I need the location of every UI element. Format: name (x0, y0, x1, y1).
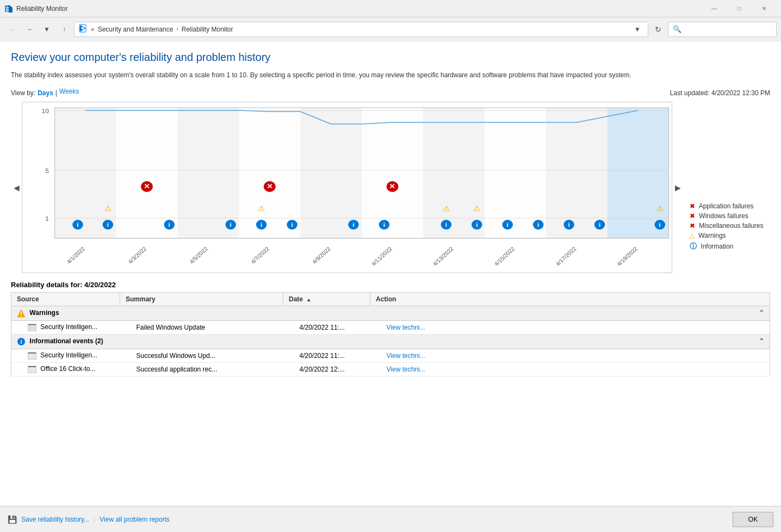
col-action[interactable]: Action (370, 293, 770, 306)
back-button[interactable]: ← (4, 22, 20, 37)
page-title: Review your computer's reliability and p… (11, 51, 770, 64)
svg-text:i: i (261, 221, 262, 227)
source-icon-2 (28, 351, 36, 360)
svg-text:✕: ✕ (266, 183, 273, 190)
row2-date: 4/20/2022 11:... (283, 349, 370, 363)
svg-rect-16 (423, 108, 485, 238)
svg-marker-1 (9, 5, 13, 13)
svg-rect-19 (608, 108, 669, 238)
svg-rect-83 (28, 326, 36, 331)
days-link[interactable]: Days (38, 89, 53, 97)
svg-text:i: i (230, 221, 232, 227)
svg-rect-94 (28, 368, 36, 373)
row3-action[interactable]: View techni... (370, 363, 770, 376)
window-controls: — □ ✕ (702, 0, 777, 17)
table-row[interactable]: Security Intelligen... Failed Windows Up… (11, 321, 770, 335)
search-box[interactable]: 🔍 (668, 22, 777, 37)
minimize-button[interactable]: — (702, 0, 727, 17)
svg-rect-3 (6, 9, 9, 10)
ok-button[interactable]: OK (733, 512, 773, 527)
svg-text:⚠: ⚠ (473, 205, 481, 213)
forward-button[interactable]: → (22, 22, 37, 37)
chart-svg: 10 5 1 ✕ ✕ (22, 102, 672, 271)
svg-rect-15 (362, 108, 423, 238)
table-row[interactable]: Office 16 Click-to... Successful applica… (11, 363, 770, 376)
address-box[interactable]: ⚑ « Security and Maintenance › Reliabili… (74, 22, 648, 37)
close-button[interactable]: ✕ (752, 0, 777, 17)
svg-text:i: i (659, 221, 661, 227)
view-by-bar: View by: Days | Weeks Last updated: 4/20… (11, 88, 770, 98)
row2-source: Security Intelligen... (11, 349, 120, 363)
svg-text:4/1/2022: 4/1/2022 (66, 246, 86, 265)
svg-rect-12 (177, 108, 239, 238)
svg-text:4/19/2022: 4/19/2022 (616, 246, 639, 267)
warnings-expand[interactable]: ⌃ (759, 309, 764, 317)
row1-action[interactable]: View techni... (370, 321, 770, 335)
svg-rect-17 (485, 108, 546, 238)
row3-date: 4/20/2022 12:... (283, 363, 370, 376)
svg-rect-2 (6, 7, 9, 8)
svg-text:5: 5 (45, 168, 49, 174)
breadcrumb-separator-1: « (91, 26, 95, 33)
legend-misc-failures: ✖ Miscellaneous failures (690, 222, 764, 230)
svg-text:10: 10 (42, 108, 49, 114)
legend-warnings: △ Warnings (690, 232, 764, 239)
col-summary[interactable]: Summary (120, 293, 283, 306)
svg-text:1: 1 (45, 215, 49, 221)
info-expand[interactable]: ⌃ (759, 337, 764, 345)
row1-source: Security Intelligen... (11, 321, 120, 335)
svg-text:✕: ✕ (389, 183, 395, 190)
row3-source: Office 16 Click-to... (11, 363, 120, 376)
svg-text:⚠: ⚠ (258, 205, 265, 213)
chart-container: ◀ 10 5 1 (11, 102, 770, 273)
chart-wrapper[interactable]: 10 5 1 ✕ ✕ (22, 102, 672, 273)
group-warnings[interactable]: ! Warnings ⌃ (11, 306, 770, 321)
table-header-row: Source Summary Date ▲ Action (11, 293, 770, 306)
chart-nav-right[interactable]: ▶ (672, 102, 683, 273)
row1-date: 4/20/2022 11:... (283, 321, 370, 335)
chart-legend: ✖ Application failures ✖ Windows failure… (683, 102, 770, 273)
svg-text:⚠: ⚠ (656, 205, 664, 213)
view-by-left: View by: Days | Weeks (11, 88, 79, 98)
svg-text:4/7/2022: 4/7/2022 (250, 246, 270, 265)
svg-rect-13 (239, 108, 300, 238)
svg-rect-93 (28, 366, 36, 367)
svg-text:i: i (537, 221, 539, 227)
weeks-link[interactable]: Weeks (59, 88, 79, 95)
svg-text:i: i (507, 221, 509, 227)
info-group-icon: i (17, 337, 26, 346)
svg-text:i: i (20, 338, 22, 345)
view-reports-link[interactable]: View all problem reports (100, 516, 170, 523)
source-icon-1 (28, 323, 36, 332)
svg-rect-91 (28, 354, 36, 359)
history-button[interactable]: ▼ (39, 22, 54, 37)
sort-arrow: ▲ (306, 297, 311, 302)
col-date[interactable]: Date ▲ (283, 293, 370, 306)
maximize-button[interactable]: □ (727, 0, 752, 17)
svg-text:4/5/2022: 4/5/2022 (188, 246, 209, 265)
page-description: The stability index assesses your system… (11, 70, 664, 80)
table-row[interactable]: Security Intelligen... Successful Window… (11, 349, 770, 363)
svg-text:i: i (169, 221, 170, 227)
svg-text:!: ! (20, 311, 22, 317)
svg-text:i: i (291, 221, 293, 227)
col-source[interactable]: Source (11, 293, 120, 306)
save-history-link[interactable]: Save reliability history... (21, 516, 89, 523)
svg-text:i: i (599, 221, 600, 227)
row2-action[interactable]: View techni... (370, 349, 770, 363)
addressbar: ← → ▼ ↑ ⚑ « Security and Maintenance › R… (0, 17, 781, 41)
breadcrumb-icon: ⚑ (79, 24, 88, 34)
svg-text:4/9/2022: 4/9/2022 (311, 246, 332, 265)
chart-nav-left[interactable]: ◀ (11, 102, 22, 273)
svg-text:⚑: ⚑ (80, 26, 85, 32)
legend-information: ⓘ Information (690, 242, 764, 251)
svg-text:4/17/2022: 4/17/2022 (555, 246, 578, 267)
up-button[interactable]: ↑ (57, 22, 72, 37)
svg-rect-90 (28, 352, 36, 354)
group-informational[interactable]: i Informational events (2) ⌃ (11, 335, 770, 349)
titlebar: Reliability Monitor — □ ✕ (0, 0, 781, 17)
view-by-label: View by: (11, 89, 35, 97)
svg-text:4/11/2022: 4/11/2022 (370, 246, 393, 267)
refresh-button[interactable]: ↻ (650, 22, 666, 37)
address-dropdown[interactable]: ▼ (631, 23, 643, 35)
